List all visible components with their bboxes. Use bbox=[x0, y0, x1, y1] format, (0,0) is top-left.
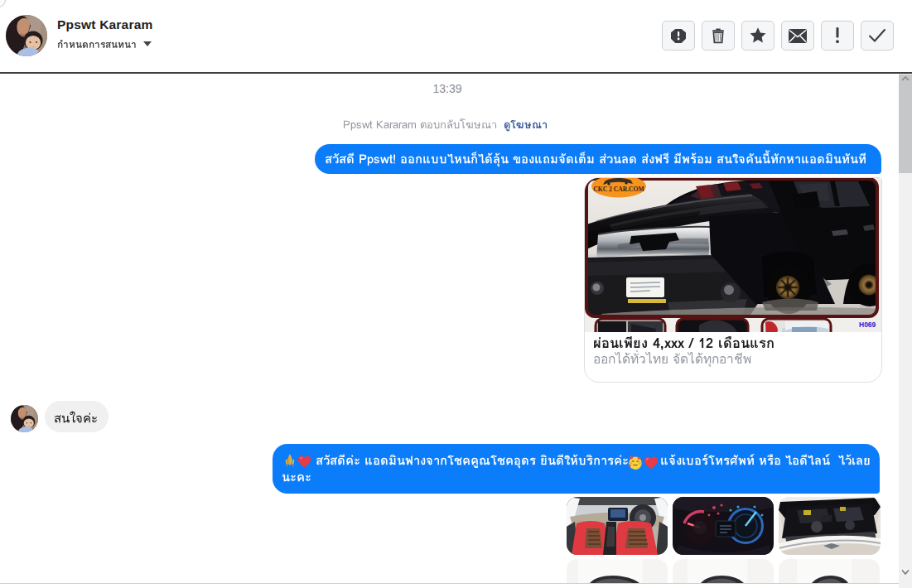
svg-text:CKC 2 CAR.COM: CKC 2 CAR.COM bbox=[593, 186, 644, 193]
svg-text:H069: H069 bbox=[859, 321, 876, 329]
